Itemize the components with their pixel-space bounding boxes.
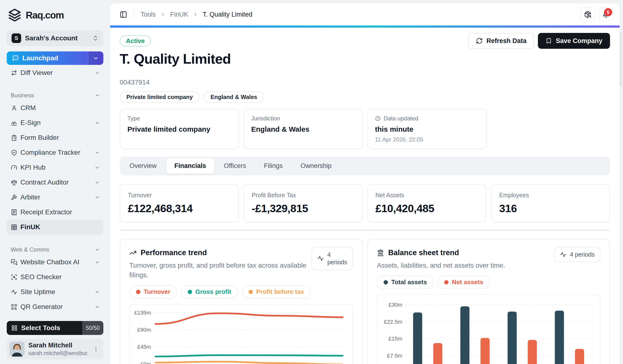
info-card-label: Type	[127, 115, 140, 122]
sidebar-item-seo-checker[interactable]: SEO Checker	[7, 270, 103, 284]
sidebar-item-label: Contract Auditor	[21, 178, 69, 186]
sidebar-item-form-builder[interactable]: Form Builder	[7, 130, 103, 145]
legend-label: Total assets	[391, 278, 427, 286]
sidebar-item-website-chatbox-ai[interactable]: Website Chatbox AI	[7, 255, 103, 270]
sidebar-item-label: QR Generator	[21, 303, 63, 311]
info-card-type: TypePrivate limited company	[120, 109, 239, 149]
topbar: ToolsFinUKT. Quality Limited 5	[110, 3, 620, 25]
sidebar-item-label: CRM	[21, 104, 36, 112]
app-logo-text: Raq.com	[26, 10, 64, 21]
page-content: Active Refresh Data Save Company T. Qual…	[110, 28, 620, 364]
metric-value: -£1,329,815	[252, 202, 354, 215]
metric-label: Employees	[499, 192, 602, 199]
sidebar-item-launchpad[interactable]: Launchpad	[7, 51, 103, 65]
legend-profit-before-tax[interactable]: Profit before tax	[242, 285, 311, 299]
scrollbar-thumb[interactable]	[620, 31, 622, 86]
metric-label: Turnover	[128, 192, 230, 199]
app-root: Raq.com S Sarah's Account Launchpad Diff…	[0, 0, 623, 364]
tools-count-badge: 50/50	[82, 321, 103, 335]
select-tools-label: Select Tools	[21, 324, 60, 332]
sidebar-item-site-uptime[interactable]: Site Uptime	[7, 284, 103, 299]
chevron-down-icon	[94, 304, 100, 310]
sidebar-item-label: KPI Hub	[21, 164, 45, 171]
sidebar-item-diff-viewer[interactable]: Diff Viewer	[7, 65, 103, 80]
app-logo: Raq.com	[7, 7, 103, 22]
save-company-button[interactable]: Save Company	[538, 33, 610, 49]
sidebar-item-label: FinUK	[21, 223, 40, 231]
metric-value: £122,468,314	[128, 202, 230, 215]
crm-icon	[11, 105, 17, 111]
sidebar-item-arbiter[interactable]: Arbiter	[7, 190, 103, 205]
breadcrumb-finuk[interactable]: FinUK	[170, 11, 188, 18]
notifications-button[interactable]: 5	[599, 7, 613, 22]
refresh-data-button[interactable]: Refresh Data	[468, 33, 534, 49]
user-card[interactable]: Sarah Mitchell sarah.mitchell@westbur...	[7, 339, 103, 360]
section-header-web-comms[interactable]: Web & Comms	[7, 245, 103, 255]
accent-gradient-bar	[110, 25, 620, 28]
legend-label: Gross profit	[195, 288, 231, 296]
chevron-down-icon	[94, 180, 100, 185]
legend-label: Profit before tax	[256, 288, 304, 296]
seo-icon	[11, 274, 17, 280]
legend-turnover[interactable]: Turnover	[129, 285, 177, 299]
main-panel: ToolsFinUKT. Quality Limited 5 Active Re…	[110, 3, 620, 364]
info-card-subtext: 11 Apr 2026, 22:05	[375, 136, 479, 143]
package-search-icon	[584, 11, 592, 18]
bar-net-assets	[528, 340, 537, 364]
metric-value: 316	[499, 202, 602, 215]
performance-line-chart: £135m£90m£45m£0m	[129, 304, 353, 364]
sidebar-item-contract-auditor[interactable]: Contract Auditor	[7, 175, 103, 190]
sidebar-item-kpi-hub[interactable]: KPI Hub	[7, 160, 103, 175]
performance-trend-title: Performance trend	[141, 248, 207, 257]
sidebar-item-e-sign[interactable]: E-Sign	[7, 115, 103, 130]
tab-bar: OverviewFinancialsOfficersFilingsOwnersh…	[120, 157, 610, 175]
user-menu-button[interactable]	[93, 346, 99, 352]
info-card-label: Data updated	[384, 115, 418, 122]
bookmark-icon	[546, 38, 552, 44]
metric-label: Profit Before Tax	[252, 192, 354, 199]
sidebar-toggle-button[interactable]	[120, 11, 127, 18]
y-axis-tick: £7.5m	[387, 352, 402, 359]
info-card-data-updated: Data updatedthis minute11 Apr 2026, 22:0…	[367, 109, 487, 149]
account-switcher[interactable]: S Sarah's Account	[7, 30, 103, 46]
uptime-icon	[11, 289, 17, 295]
sidebar-item-finuk[interactable]: FinUK	[7, 220, 103, 235]
chevron-down-icon	[94, 120, 100, 126]
legend-gross-profit[interactable]: Gross profit	[181, 285, 238, 299]
account-label: Sarah's Account	[25, 34, 78, 42]
tab-filings[interactable]: Filings	[256, 158, 291, 174]
balance-periods-badge: 4 periods	[554, 247, 601, 262]
chevron-down-icon	[95, 247, 100, 252]
tab-officers[interactable]: Officers	[216, 158, 255, 174]
select-tools-button[interactable]: Select Tools 50/50	[7, 321, 103, 335]
strip-gradient-border	[120, 230, 610, 231]
tab-financials[interactable]: Financials	[166, 158, 214, 174]
package-search-button[interactable]	[580, 7, 595, 22]
bar-net-assets	[433, 343, 442, 364]
tab-ownership[interactable]: Ownership	[292, 158, 340, 174]
launchpad-expand-button[interactable]	[88, 51, 103, 65]
sidebar-item-label: E-Sign	[21, 119, 41, 127]
sidebar-item-compliance-tracker[interactable]: Compliance Tracker	[7, 145, 103, 160]
info-card-jurisdiction: JurisdictionEngland & Wales	[244, 109, 363, 149]
metric-value: £10,420,485	[376, 202, 478, 215]
tab-overview[interactable]: Overview	[121, 158, 165, 174]
sidebar-item-label: SEO Checker	[21, 273, 62, 281]
sidebar-item-crm[interactable]: CRM	[7, 100, 103, 115]
company-number: 00437914	[120, 79, 610, 86]
section-header-business[interactable]: Business	[7, 90, 103, 100]
sidebar-item-qr-generator[interactable]: QR Generator	[7, 299, 103, 314]
sidebar-item-label: Website Chatbox AI	[21, 258, 79, 266]
chevron-down-icon	[94, 150, 100, 155]
info-cards: TypePrivate limited companyJurisdictionE…	[120, 109, 610, 149]
avatar	[10, 342, 24, 357]
legend-total-assets[interactable]: Total assets	[377, 276, 434, 289]
layers-logo-icon	[8, 8, 22, 22]
y-axis-tick: £22.5m	[384, 319, 402, 325]
balance-sheet-trend-card: Balance sheet trend Assets, liabilities,…	[367, 239, 610, 364]
legend-net-assets[interactable]: Net assets	[437, 276, 490, 289]
legend-label: Net assets	[452, 278, 483, 286]
breadcrumb-tools[interactable]: Tools	[141, 11, 156, 18]
metric-card-employees: Employees316	[491, 184, 610, 222]
sidebar-item-receipt-extractor[interactable]: Receipt Extractor	[7, 205, 103, 220]
